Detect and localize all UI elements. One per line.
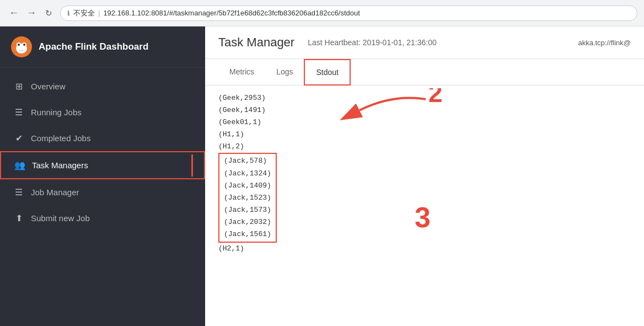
- highlighted-jack-block: (Jack,578) (Jack,1324) (Jack,1409) (Jack…: [218, 153, 277, 243]
- active-indicator: [191, 154, 193, 177]
- address-bar[interactable]: ℹ 不安全 | 192.168.1.102:8081/#/taskmanager…: [60, 6, 637, 21]
- submit-job-label: Submit new Job: [31, 213, 90, 223]
- heartbeat-label: Last Heartbeat:: [308, 38, 361, 47]
- overview-label: Overview: [31, 82, 66, 91]
- sidebar-title: Apache Flink Dashboard: [39, 41, 148, 52]
- sidebar-item-completed-jobs[interactable]: ✔ Completed Jobs: [0, 125, 205, 151]
- content-area: (Geek,2953) (Geek,1491) (Geek01,1) (H1,1…: [205, 85, 644, 326]
- tab-metrics[interactable]: Metrics: [218, 59, 265, 85]
- stdout-line-jack1523: (Jack,1523): [224, 192, 271, 204]
- submit-job-icon: ⬆: [13, 213, 24, 223]
- completed-jobs-icon: ✔: [13, 133, 24, 143]
- sidebar-item-submit-job[interactable]: ⬆ Submit new Job: [0, 205, 205, 231]
- stdout-line-geek01: (Geek01,1): [218, 116, 631, 129]
- header-meta: Last Heartbeat: 2019-01-01, 21:36:00: [308, 38, 565, 47]
- heartbeat-value: 2019-01-01, 21:36:00: [363, 38, 437, 47]
- stdout-line-h11: (H1,1): [218, 129, 631, 141]
- stdout-line-geek2953: (Geek,2953): [218, 92, 631, 104]
- stdout-line-jack1573: (Jack,1573): [224, 204, 271, 216]
- tab-stdout[interactable]: Stdout: [304, 59, 350, 85]
- stdout-line-geek1491: (Geek,1491): [218, 104, 631, 116]
- running-jobs-icon: ☰: [13, 107, 24, 117]
- back-button[interactable]: ←: [7, 6, 21, 20]
- main-header: Task Manager Last Heartbeat: 2019-01-01,…: [205, 26, 644, 59]
- tabs-bar: Metrics Logs Stdout: [205, 59, 644, 85]
- sidebar-header: Apache Flink Dashboard: [0, 26, 205, 68]
- task-managers-label: Task Managers: [32, 161, 88, 170]
- app-container: Apache Flink Dashboard ⊞ Overview ☰ Runn…: [0, 26, 644, 326]
- stdout-line-h12: (H1,2): [218, 141, 631, 153]
- stdout-line-h21: (H2,1): [218, 243, 631, 255]
- sidebar-item-overview[interactable]: ⊞ Overview: [0, 73, 205, 99]
- stdout-line-jack1561: (Jack,1561): [224, 228, 271, 241]
- security-icon: ℹ: [67, 9, 70, 17]
- tab-logs[interactable]: Logs: [265, 59, 304, 85]
- task-managers-icon: 👥: [14, 160, 25, 170]
- sidebar-item-running-jobs[interactable]: ☰ Running Jobs: [0, 99, 205, 125]
- url-separator: |: [98, 9, 100, 17]
- stdout-line-jack1324: (Jack,1324): [224, 168, 271, 180]
- flink-logo: [11, 36, 32, 57]
- svg-point-5: [23, 44, 25, 46]
- url-text: 192.168.1.102:8081/#/taskmanager/5b72f1e…: [103, 9, 360, 17]
- sidebar-item-job-manager[interactable]: ☰ Job Manager: [0, 179, 205, 205]
- forward-button[interactable]: →: [24, 6, 39, 20]
- stdout-line-jack578: (Jack,578): [224, 155, 271, 167]
- overview-icon: ⊞: [13, 81, 24, 92]
- security-label: 不安全: [73, 8, 95, 18]
- nav-buttons: ← → ↻: [7, 6, 56, 20]
- completed-jobs-label: Completed Jobs: [31, 133, 90, 143]
- main-title: Task Manager: [218, 35, 294, 50]
- refresh-button[interactable]: ↻: [42, 7, 56, 19]
- sidebar: Apache Flink Dashboard ⊞ Overview ☰ Runn…: [0, 26, 205, 326]
- annotation-number-3: 3: [415, 193, 431, 242]
- stdout-line-jack1409: (Jack,1409): [224, 180, 271, 192]
- akka-address: akka.tcp://flink@: [578, 39, 631, 47]
- browser-chrome: ← → ↻ ℹ 不安全 | 192.168.1.102:8081/#/taskm…: [0, 0, 644, 26]
- job-manager-label: Job Manager: [31, 188, 79, 197]
- job-manager-icon: ☰: [13, 187, 24, 197]
- main-content: Task Manager Last Heartbeat: 2019-01-01,…: [205, 26, 644, 326]
- stdout-line-jack2032: (Jack,2032): [224, 216, 271, 228]
- sidebar-nav: ⊞ Overview ☰ Running Jobs ✔ Completed Jo…: [0, 68, 205, 326]
- svg-point-4: [18, 44, 20, 46]
- running-jobs-label: Running Jobs: [31, 108, 82, 117]
- sidebar-item-task-managers[interactable]: 👥 Task Managers: [0, 151, 205, 179]
